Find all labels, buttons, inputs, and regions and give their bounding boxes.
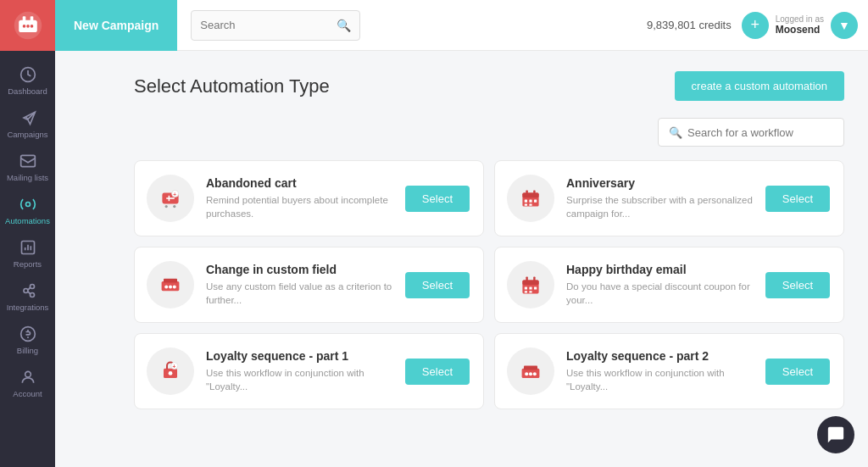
logo[interactable]	[0, 0, 55, 51]
svg-point-9	[25, 203, 30, 207]
page-title: Select Automation Type	[134, 75, 330, 97]
automation-card-3: Happy birthday email Do you have a speci…	[494, 247, 844, 323]
svg-rect-43	[526, 276, 527, 281]
svg-point-37	[164, 285, 168, 288]
card-desc-4: Use this workflow in conjunction with "L…	[206, 366, 393, 393]
card-desc-1: Surprise the subscriber with a personali…	[566, 193, 754, 220]
card-desc-2: Use any custom field value as a criterio…	[206, 280, 393, 307]
page-header: Select Automation Type create a custom a…	[134, 71, 844, 101]
card-title-2: Change in custom field	[206, 263, 393, 276]
svg-point-21	[173, 205, 175, 208]
svg-rect-48	[525, 291, 527, 292]
card-body-2: Change in custom field Use any custom fi…	[206, 263, 393, 307]
automation-card-5: Loyalty sequence - part 2 Use this workf…	[494, 333, 844, 409]
automation-card-4: + Loyalty sequence - part 1 Use this wor…	[134, 333, 484, 409]
svg-rect-2	[22, 16, 25, 21]
workflow-search-icon: 🔍	[669, 126, 682, 139]
workflow-search-area: 🔍	[134, 118, 844, 147]
svg-point-12	[30, 285, 34, 289]
card-body-0: Abandoned cart Remind potential buyers a…	[206, 176, 393, 220]
svg-rect-45	[525, 286, 527, 289]
automation-grid: + Abandoned cart Remind potential buyers…	[134, 160, 844, 409]
workflow-search-box: 🔍	[658, 118, 844, 147]
svg-line-14	[28, 287, 31, 290]
username-label: Moosend	[776, 24, 821, 36]
chat-bubble-button[interactable]	[817, 416, 854, 453]
user-menu-button[interactable]: ▼	[831, 12, 858, 39]
svg-rect-3	[30, 16, 33, 21]
card-desc-3: Do you have a special discount coupon fo…	[566, 280, 754, 307]
select-button-2[interactable]: Select	[405, 272, 470, 298]
sidebar-item-account[interactable]: Account	[0, 360, 55, 403]
card-title-3: Happy birthday email	[566, 263, 754, 276]
svg-rect-57	[524, 366, 537, 370]
svg-point-54	[169, 371, 173, 375]
automation-card-1: Anniversary Surprise the subscriber with…	[494, 160, 844, 236]
sidebar-item-campaigns[interactable]: Campaigns	[0, 101, 55, 144]
logged-in-label: Logged in as	[776, 14, 824, 24]
card-body-1: Anniversary Surprise the subscriber with…	[566, 176, 754, 220]
card-desc-5: Use this workflow in conjunction with "L…	[566, 366, 754, 393]
sidebar-nav: Dashboard Campaigns Mailing lists Automa…	[0, 51, 55, 467]
sidebar-item-billing[interactable]: Billing	[0, 317, 55, 360]
select-button-3[interactable]: Select	[765, 272, 830, 298]
svg-point-13	[30, 293, 34, 297]
svg-rect-30	[529, 200, 531, 203]
card-icon-0: +	[147, 175, 194, 222]
svg-rect-28	[533, 190, 535, 194]
card-icon-4: +	[147, 347, 194, 395]
card-body-5: Loyalty sequence - part 2 Use this workf…	[566, 349, 754, 393]
card-icon-3	[507, 261, 554, 309]
main-content: Select Automation Type create a custom a…	[110, 51, 868, 467]
svg-rect-47	[534, 286, 537, 289]
sidebar-item-reports[interactable]: Reports	[0, 231, 55, 274]
select-button-0[interactable]: Select	[405, 186, 470, 212]
svg-point-60	[533, 372, 537, 375]
svg-rect-27	[526, 190, 527, 194]
svg-rect-29	[525, 200, 527, 203]
card-title-5: Loyalty sequence - part 2	[566, 349, 754, 363]
svg-point-58	[525, 372, 528, 375]
sidebar-item-dashboard[interactable]: Dashboard	[0, 58, 55, 101]
add-credits-button[interactable]: +	[742, 12, 769, 39]
svg-point-20	[165, 205, 168, 208]
automation-card-2: Change in custom field Use any custom fi…	[134, 247, 484, 323]
svg-rect-26	[522, 193, 538, 198]
svg-rect-36	[164, 279, 177, 283]
card-title-4: Loyalty sequence - part 1	[206, 349, 393, 363]
svg-rect-46	[529, 286, 531, 289]
workflow-search-input[interactable]	[687, 126, 833, 139]
svg-point-4	[22, 25, 25, 28]
select-button-1[interactable]: Select	[765, 186, 830, 212]
svg-point-6	[30, 25, 33, 28]
svg-point-11	[24, 289, 28, 293]
svg-rect-44	[533, 276, 535, 281]
new-campaign-button[interactable]: New Campaign	[55, 0, 177, 51]
svg-rect-33	[529, 203, 531, 205]
svg-rect-31	[534, 200, 537, 203]
card-desc-0: Remind potential buyers about incomplete…	[206, 193, 393, 220]
automation-card-0: + Abandoned cart Remind potential buyers…	[134, 160, 484, 236]
card-icon-2	[147, 261, 194, 309]
select-button-4[interactable]: Select	[405, 359, 470, 385]
svg-rect-8	[20, 155, 35, 166]
svg-text:+: +	[173, 192, 176, 197]
card-icon-5	[507, 347, 554, 395]
svg-rect-49	[529, 291, 531, 292]
custom-automation-button[interactable]: create a custom automation	[675, 71, 844, 101]
svg-point-59	[529, 372, 532, 375]
svg-point-39	[173, 285, 176, 288]
card-title-0: Abandoned cart	[206, 176, 393, 190]
svg-text:+: +	[172, 364, 175, 370]
sidebar: Dashboard Campaigns Mailing lists Automa…	[0, 0, 55, 467]
search-input[interactable]	[200, 19, 331, 31]
card-body-4: Loyalty sequence - part 1 Use this workf…	[206, 349, 393, 393]
card-body-3: Happy birthday email Do you have a speci…	[566, 263, 754, 307]
sidebar-item-integrations[interactable]: Integrations	[0, 274, 55, 317]
credits-area: 9,839,801 credits +	[647, 12, 769, 39]
svg-line-15	[28, 292, 31, 294]
sidebar-item-automations[interactable]: Automations	[0, 187, 55, 231]
select-button-5[interactable]: Select	[765, 359, 830, 385]
search-icon: 🔍	[337, 19, 351, 32]
sidebar-item-mailing-lists[interactable]: Mailing lists	[0, 144, 55, 187]
